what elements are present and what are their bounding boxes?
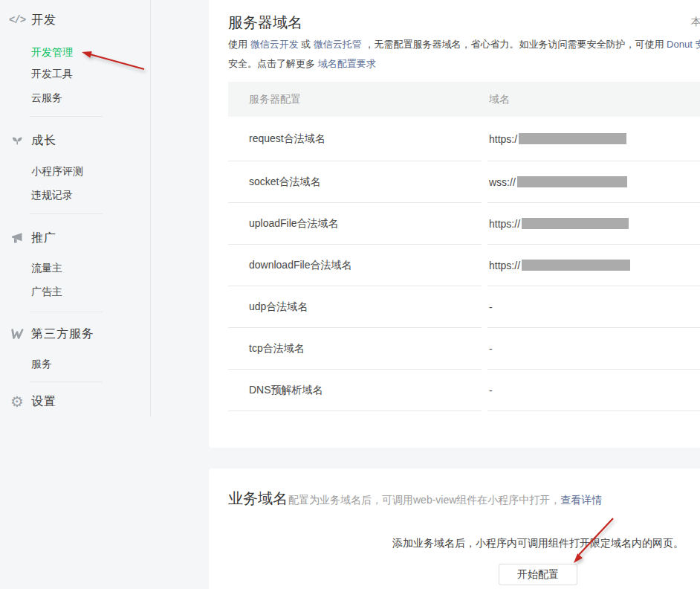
link-weixin-cloud-host[interactable]: 微信云托管: [314, 39, 362, 50]
redaction-bar: [517, 176, 627, 187]
row-value: -: [487, 328, 700, 370]
sidebar-group-label: 推广: [31, 231, 56, 246]
table-header-row: 服务器配置 域名: [228, 82, 700, 117]
start-config-button[interactable]: 开始配置: [499, 564, 577, 585]
row-label: udp合法域名: [228, 286, 482, 328]
sidebar-item-miniapp-evaluation[interactable]: 小程序评测: [31, 165, 83, 178]
row-value: -: [487, 370, 700, 411]
domain-value: https://: [489, 260, 520, 271]
table-row: DNS预解析域名 -: [228, 370, 700, 411]
sidebar-group-settings[interactable]: ⚙ 设置: [0, 393, 150, 410]
link-weixin-cloud-dev[interactable]: 微信云开发: [250, 39, 299, 50]
sidebar-item-cloud-services[interactable]: 云服务: [31, 91, 62, 105]
sidebar-group-label: 开发: [31, 13, 56, 28]
intro-text: 使用: [228, 39, 250, 50]
domain-value: wss://: [489, 176, 516, 188]
section-desc: 配置为业务域名后，可调用web-view组件在小程序中打开，查看详情: [288, 494, 602, 507]
sidebar-group-promotion[interactable]: 推广: [0, 230, 150, 246]
domain-value: -: [489, 384, 493, 396]
row-label: tcp合法域名: [228, 328, 482, 370]
sidebar-group-third-party[interactable]: 第三方服务: [0, 326, 150, 342]
table-row: socket合法域名 wss://: [228, 161, 700, 203]
row-value: https:/: [487, 117, 700, 161]
domain-value: https:/: [489, 133, 517, 145]
domain-value: -: [489, 343, 493, 355]
link-donut-security[interactable]: Donut 安全: [667, 39, 700, 50]
row-label: DNS预解析域名: [228, 370, 482, 411]
row-label: downloadFile合法域名: [228, 245, 482, 286]
sidebar-item-dev-tools[interactable]: 开发工具: [31, 68, 73, 81]
server-domain-card: 服务器域名 本 使用 微信云开发 或 微信云托管 ，无需配置服务器域名，省心省力…: [209, 0, 700, 448]
redaction-bar: [522, 260, 630, 271]
intro-line-2: 安全。点击了解更多 域名配置要求: [228, 57, 376, 71]
sidebar-group-dev[interactable]: </> 开发: [0, 12, 150, 28]
row-label: socket合法域名: [228, 161, 482, 203]
sidebar-group-label: 成长: [31, 133, 56, 149]
table-row: tcp合法域名 -: [228, 328, 700, 370]
col-header-server-config: 服务器配置: [228, 93, 482, 106]
intro-text: 安全。点击了解更多: [228, 58, 318, 69]
domain-value: https://: [489, 218, 520, 230]
code-icon: </>: [6, 12, 28, 28]
sidebar-item-dev-management[interactable]: 开发管理: [31, 46, 73, 59]
table-row: request合法域名 https:/: [228, 117, 700, 161]
intro-text: 或: [299, 39, 314, 50]
intro-text: ，无需配置服务器域名，省心省力。如业务访问需要安全防护，可使用: [362, 39, 667, 50]
divider: [30, 312, 103, 312]
row-label: uploadFile合法域名: [228, 203, 482, 245]
megaphone-icon: [6, 230, 28, 246]
sidebar-item-traffic-owner[interactable]: 流量主: [31, 262, 62, 275]
sidebar-item-advertiser[interactable]: 广告主: [31, 286, 62, 299]
table-row: downloadFile合法域名 https://: [228, 245, 700, 286]
sidebar-border: [150, 0, 151, 416]
row-value: -: [487, 286, 700, 328]
divider: [30, 213, 103, 214]
intro-line-1: 使用 微信云开发 或 微信云托管 ，无需配置服务器域名，省心省力。如业务访问需要…: [228, 38, 700, 51]
divider: [30, 116, 103, 117]
sidebar-item-violation-records[interactable]: 违规记录: [31, 189, 73, 202]
section-title: 业务域名: [228, 489, 288, 509]
table-row: uploadFile合法域名 https://: [228, 203, 700, 245]
sidebar-group-label: 设置: [31, 394, 56, 410]
gear-icon: ⚙: [6, 393, 28, 410]
corner-note: 本: [691, 16, 700, 29]
row-value: https://: [487, 203, 700, 245]
sidebar-group-label: 第三方服务: [31, 326, 94, 342]
business-domain-card: 业务域名 配置为业务域名后，可调用web-view组件在小程序中打开，查看详情 …: [209, 469, 700, 589]
col-header-domain: 域名: [482, 93, 700, 106]
sidebar-group-growth[interactable]: 成长: [0, 132, 150, 149]
domain-value: -: [489, 301, 493, 313]
third-party-icon: [6, 326, 28, 342]
desc-text: 配置为业务域名后，可调用web-view组件在小程序中打开，: [288, 494, 560, 506]
row-label: request合法域名: [228, 117, 482, 161]
link-domain-config-requirements[interactable]: 域名配置要求: [318, 58, 376, 69]
link-view-details[interactable]: 查看详情: [560, 494, 602, 506]
redaction-bar: [522, 218, 629, 229]
row-value: https://: [487, 245, 700, 286]
divider: [30, 382, 103, 382]
business-domain-hint: 添加业务域名后，小程序内可调用组件打开限定域名内的网页。: [209, 537, 700, 550]
page-title: 服务器域名: [228, 13, 302, 33]
table-row: udp合法域名 -: [228, 286, 700, 328]
server-domain-table: 服务器配置 域名 request合法域名 https:/ socket合法域名 …: [228, 82, 700, 411]
sidebar: </> 开发 开发管理 开发工具 云服务 成长 小程序评测 违规记录 推广 流量…: [0, 0, 150, 589]
redaction-bar: [519, 133, 626, 144]
sprout-icon: [6, 132, 28, 149]
sidebar-item-services[interactable]: 服务: [31, 358, 52, 371]
row-value: wss://: [487, 161, 700, 203]
